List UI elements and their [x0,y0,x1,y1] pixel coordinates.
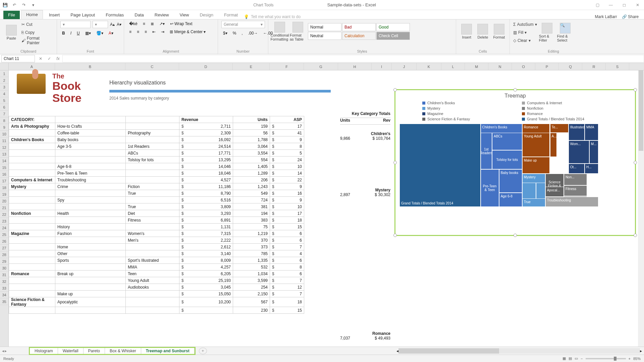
table-row[interactable]: Pre-Teen & Teen18,0461,28914 [9,170,304,177]
table-row[interactable]: Fitness6,89138318 [9,217,304,224]
row-header[interactable]: 33 [0,285,8,292]
table-row[interactable]: Other3,1407854 [9,250,304,257]
increase-font-icon[interactable]: A▴ [110,22,115,27]
tab-review[interactable]: Review [150,11,174,19]
sheet-tab[interactable]: Pareto [84,348,105,354]
vertical-scrollbar[interactable] [638,70,644,347]
column-header[interactable]: I [372,63,392,70]
chart-plot-area[interactable]: Grand Totals / Blended Totals 2014Childr… [399,124,631,207]
treemap-tile[interactable]: True [522,198,545,207]
chart-legend[interactable]: Children's BooksComputers & InternetMyst… [395,100,635,124]
row-header[interactable]: 17 [0,178,8,184]
sheet-tab[interactable]: Waterfall [58,348,84,354]
select-all-corner[interactable] [0,63,8,70]
row-header[interactable]: 12 [0,144,8,151]
row-header[interactable]: 7 [0,111,8,117]
row-header[interactable]: 28 [0,251,8,258]
paste-button[interactable]: Paste [3,22,19,43]
legend-item[interactable]: Romance [522,112,608,116]
redo-icon[interactable]: ↷ [21,2,27,8]
column-header[interactable]: P [535,63,559,70]
column-header[interactable]: N [488,63,512,70]
legend-item[interactable]: Mystery [422,106,508,110]
treemap-tile[interactable]: Age 6-8 [499,193,522,207]
column-header[interactable]: F [270,63,304,70]
column-header[interactable]: J [392,63,417,70]
column-header[interactable]: B [55,63,125,70]
fill-color-button[interactable]: 🪣▾ [95,30,105,36]
row-header[interactable]: 30 [0,265,8,272]
table-row[interactable]: Children's BooksBaby books16,0921,7889 [9,136,304,143]
signed-in-user[interactable]: Mark LaBarr [595,14,617,19]
align-right-icon[interactable]: ≡ [143,29,149,35]
row-header[interactable]: 18 [0,184,8,191]
find-select-button[interactable]: 🔍Find & Select [557,22,573,43]
wrap-text-button[interactable]: ↩ Wrap Text [168,21,194,27]
column-header[interactable]: S [606,63,629,70]
treemap-tile[interactable]: Make up [522,157,550,174]
treemap-tile[interactable]: Grand Totals / Blended Totals 2014 [399,124,481,207]
column-header[interactable]: H [338,63,372,70]
row-header[interactable]: 5 [0,97,8,104]
view-page-break-icon[interactable]: ▭ [575,356,578,361]
name-box[interactable]: Chart 11 [1,55,35,62]
row-header[interactable]: 9 [0,124,8,131]
column-header[interactable]: O [512,63,535,70]
table-row[interactable]: MagazineFashionWomen's7,3151,2196 [9,230,304,237]
treemap-tile[interactable]: M... [589,140,599,164]
table-row[interactable]: History1,1317515 [9,224,304,230]
format-cells-button[interactable]: Format [492,21,506,42]
treemap-tile[interactable]: Apocal... [545,187,564,197]
style-good[interactable]: Good [376,23,410,31]
enter-icon[interactable]: ✓ [45,56,54,61]
sales-table[interactable]: CATEGORY: Revenue Units ASP Arts & Photo… [9,116,304,314]
decrease-font-icon[interactable]: A▾ [117,22,121,27]
table-row[interactable]: MMA4,2575328 [9,264,304,270]
row-header[interactable]: 22 [0,211,8,218]
cancel-icon[interactable]: ✕ [36,56,45,61]
treemap-tile[interactable]: Fitness [564,185,587,196]
row-header[interactable]: 24 [0,225,8,231]
table-row[interactable]: True3,80938110 [9,203,304,210]
align-left-icon[interactable]: ≡ [127,29,133,35]
table-row[interactable]: Arts & PhotographyHow-to Crafts2,7111591… [9,123,304,130]
merge-center-button[interactable]: ⊞ Merge & Center ▾ [168,29,207,35]
row-header[interactable]: 16 [0,171,8,178]
sheet-tab[interactable]: Histogram [30,348,58,354]
tab-data[interactable]: Data [130,11,148,19]
column-header[interactable]: A [9,63,55,70]
fx-icon[interactable]: fx [54,56,62,61]
treemap-tile[interactable]: Non... [564,174,587,185]
table-row[interactable]: True8,79054916 [9,190,304,197]
undo-icon[interactable]: ↶ [11,2,17,8]
save-icon[interactable]: 💾 [2,2,8,8]
column-header[interactable]: G [304,63,338,70]
row-header[interactable]: 20 [0,198,8,204]
tab-page-layout[interactable]: Page Layout [66,11,100,19]
treemap-tile[interactable]: Tolstoy for tots [492,150,522,169]
align-middle-icon[interactable]: ≡ [141,21,147,27]
row-header[interactable]: 6 [0,104,8,111]
formula-input[interactable] [62,55,644,62]
zoom-in-icon[interactable]: + [629,357,631,361]
tab-home[interactable]: Home [21,10,43,19]
row-header[interactable]: 15 [0,164,8,171]
table-row[interactable]: Young Adult25,1933,5997 [9,277,304,284]
column-header[interactable]: L [441,63,465,70]
zoom-slider[interactable] [586,358,626,359]
column-header[interactable]: E [233,63,270,70]
view-normal-icon[interactable]: ▦ [562,356,566,361]
row-header[interactable]: 21 [0,204,8,211]
legend-item[interactable]: Magazine [422,112,508,116]
legend-item[interactable]: Children's Books [422,101,508,105]
row-header[interactable]: 25 [0,231,8,238]
number-format-select[interactable]: General▾ [221,21,265,28]
table-row[interactable]: Spy6,5167249 [9,197,304,203]
table-row[interactable]: Computers & InternetTroubleshooting4,527… [9,177,304,183]
maximize-icon[interactable]: ◻ [620,3,629,7]
table-row[interactable]: NonfictionHealthDiet3,29319417 [9,210,304,217]
treemap-tile[interactable]: Troubleshooting [545,197,599,207]
format-as-table-button[interactable]: Format as Table [290,21,306,42]
treemap-chart[interactable]: Treemap Children's BooksComputers & Inte… [394,89,636,236]
table-row[interactable]: RomanceBreak upTeen6,2051,0346 [9,270,304,277]
